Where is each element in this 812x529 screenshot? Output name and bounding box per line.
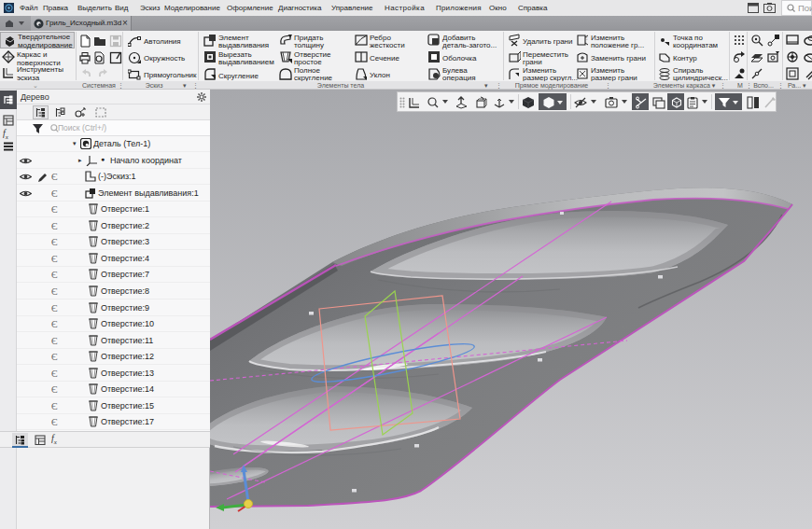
svg-text::: : — [586, 35, 588, 41]
